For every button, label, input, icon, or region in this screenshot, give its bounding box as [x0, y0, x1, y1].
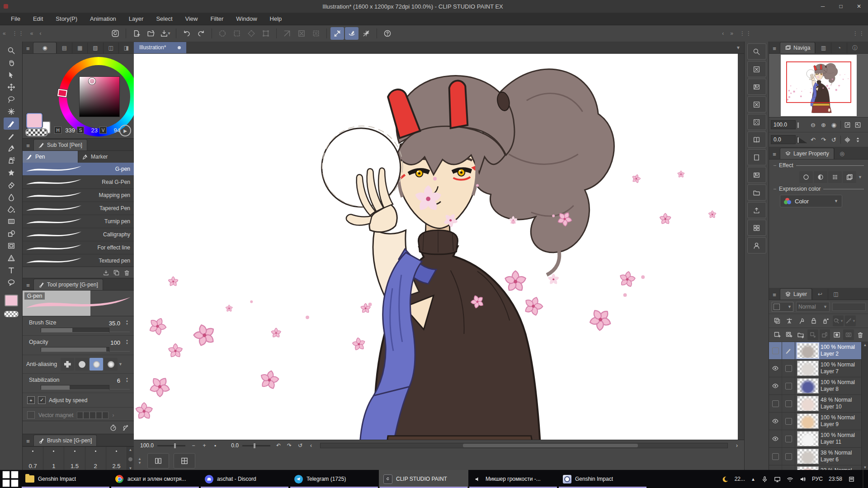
reset-rotation-button[interactable]: ↺ — [829, 135, 839, 144]
quick-image-button[interactable] — [747, 167, 766, 183]
canvas-rotation-value[interactable]: 0.0 — [222, 442, 239, 449]
draw-target-checkbox[interactable] — [785, 436, 792, 442]
delete-layer-icon[interactable] — [855, 329, 866, 340]
anti-aliasing-strong[interactable] — [104, 358, 118, 371]
scroll-up-icon[interactable]: ▲ — [129, 448, 132, 452]
spinner-icon[interactable]: ▲▼ — [126, 377, 128, 383]
story-editor-button[interactable] — [174, 453, 195, 469]
tab-color-mixing[interactable]: ◫ — [103, 42, 118, 53]
brush-size-option-0.7[interactable]: 0.7 — [23, 447, 43, 471]
layer-thumbnail[interactable] — [797, 396, 819, 411]
scroll-down-icon[interactable]: ▼ — [863, 465, 867, 469]
tool-decoration[interactable] — [4, 166, 19, 178]
new-folder-icon[interactable] — [796, 329, 806, 340]
copy-sub-tool-icon[interactable] — [113, 269, 120, 276]
spinner-icon[interactable]: ▲▼ — [126, 339, 128, 345]
brush-size-option-2[interactable]: 2 — [85, 447, 106, 471]
horizontal-scrollbar[interactable] — [320, 443, 728, 448]
edit-cell[interactable] — [782, 413, 795, 430]
tab-color-wheel[interactable]: ◉ — [33, 42, 56, 53]
brush-size-row[interactable]: Brush Size 35.0 ▲▼ — [23, 316, 134, 336]
menu-filter[interactable]: Filter — [204, 13, 230, 25]
anti-aliasing-weak[interactable] — [75, 358, 89, 371]
tool-selection[interactable] — [4, 93, 19, 105]
layer-thumbnail[interactable] — [797, 431, 819, 446]
layer-thumbnail[interactable] — [797, 361, 819, 376]
zoom-out-button[interactable]: ⊖ — [808, 120, 818, 129]
language-indicator[interactable]: РУС — [812, 476, 823, 482]
tool-zoom[interactable] — [4, 44, 19, 56]
visibility-cell[interactable] — [769, 448, 782, 465]
help-button[interactable] — [381, 27, 394, 40]
quick-tone-button[interactable] — [747, 114, 766, 130]
tab-navigator[interactable]: Naviga — [780, 42, 815, 53]
effect-screen-button[interactable] — [828, 171, 842, 183]
tool-text[interactable] — [4, 264, 19, 276]
navigator-rotation-value[interactable]: 0.0 — [771, 135, 796, 144]
layer-row-layer-6[interactable]: 38 % NormalLayer 6 — [769, 448, 861, 465]
brush-g-pen[interactable]: G-pen — [23, 163, 134, 176]
layer-row-layer-8[interactable]: 100 % NormalLayer 8 — [769, 377, 861, 395]
tonal-correction-icon[interactable] — [784, 315, 795, 326]
scroll-left-arrow[interactable]: ‹ — [307, 441, 316, 450]
rotate-right-button[interactable]: ↷ — [819, 135, 828, 144]
chevron-down-icon[interactable]: ▼ — [138, 461, 142, 465]
panel-expand-icon[interactable]: » — [727, 30, 737, 37]
editing-pen-icon[interactable] — [782, 342, 795, 359]
snap-to-ruler-button[interactable] — [330, 27, 344, 40]
brush-size-option-2.5[interactable]: 2.5 — [106, 447, 127, 471]
edit-cell[interactable] — [782, 395, 795, 412]
quick-canvas-close-button[interactable] — [747, 96, 766, 113]
visibility-checkbox[interactable] — [772, 453, 779, 460]
tray-overflow-label[interactable]: 22... — [735, 476, 745, 482]
tool-pencil[interactable] — [4, 130, 19, 142]
panel-menu-icon[interactable]: ≡ — [23, 436, 33, 446]
layer-opacity-field[interactable] — [832, 303, 866, 311]
eye-icon[interactable] — [769, 360, 782, 377]
quick-material-button[interactable] — [747, 220, 766, 236]
panel-arrow-icon[interactable]: ‹ — [37, 30, 45, 37]
chevron-up-icon[interactable]: ▲ — [138, 457, 142, 461]
visibility-checkbox[interactable] — [772, 347, 779, 354]
layer-row-layer-10[interactable]: 48 % NormalLayer 10 — [769, 395, 861, 413]
panel-menu-icon[interactable]: ≡ — [769, 290, 780, 300]
draw-target-checkbox[interactable] — [785, 453, 792, 460]
tool-ruler[interactable] — [4, 252, 19, 264]
tab-color-history[interactable]: ◨ — [118, 42, 134, 53]
transfer-to-lower-layer-icon[interactable] — [807, 329, 818, 340]
brush-real-g-pen[interactable]: Real G-Pen — [23, 176, 134, 189]
quick-search-button[interactable] — [747, 43, 766, 60]
panel-collapse-icon[interactable]: « — [0, 30, 9, 37]
brush-size-option-1.5[interactable]: 1.5 — [64, 447, 85, 471]
navigator-preview[interactable] — [769, 54, 868, 117]
draw-target-checkbox[interactable] — [785, 418, 792, 425]
rotate-left-button[interactable]: ↶ — [808, 135, 818, 144]
brush-tapered-pen[interactable]: Tapered Pen — [23, 202, 134, 215]
main-color-swatch[interactable] — [26, 113, 42, 128]
quick-book-button[interactable] — [747, 131, 766, 148]
taskbar-app-folder[interactable]: Genshin Impact — [21, 470, 110, 488]
rotate-left-button[interactable]: ↶ — [274, 441, 283, 450]
tool-hand[interactable] — [4, 56, 19, 69]
quick-person-button[interactable] — [747, 237, 766, 253]
stabilization-value[interactable]: 6 — [117, 377, 120, 384]
chevron-down-icon[interactable]: ▼ — [167, 31, 171, 36]
panel-menu-icon[interactable]: ≡ — [23, 141, 33, 150]
color-mixing-toggle[interactable]: ▶ — [119, 125, 131, 136]
tool-operation[interactable] — [4, 69, 19, 81]
undo-button[interactable] — [180, 27, 193, 40]
chevron-down-icon[interactable]: ▼ — [118, 362, 123, 366]
quick-export-button[interactable] — [747, 202, 766, 218]
layer-thumbnail[interactable] — [797, 378, 819, 394]
visibility-cell[interactable] — [769, 342, 782, 359]
menu-storyp[interactable]: Story(P) — [49, 13, 84, 25]
clock[interactable]: 23:58 — [829, 476, 842, 482]
tab-intermediate-color[interactable]: ▧ — [87, 42, 103, 53]
saturation-value-square[interactable] — [79, 76, 120, 117]
scroll-up-icon[interactable]: ▲ — [863, 343, 867, 347]
start-button[interactable] — [0, 470, 21, 488]
panel-menu-icon[interactable]: ≡ — [769, 149, 780, 159]
tool-figure[interactable] — [4, 227, 19, 239]
clip-to-layer-below-icon[interactable] — [772, 315, 783, 326]
panel-menu-icon[interactable]: ≡ — [769, 43, 780, 53]
